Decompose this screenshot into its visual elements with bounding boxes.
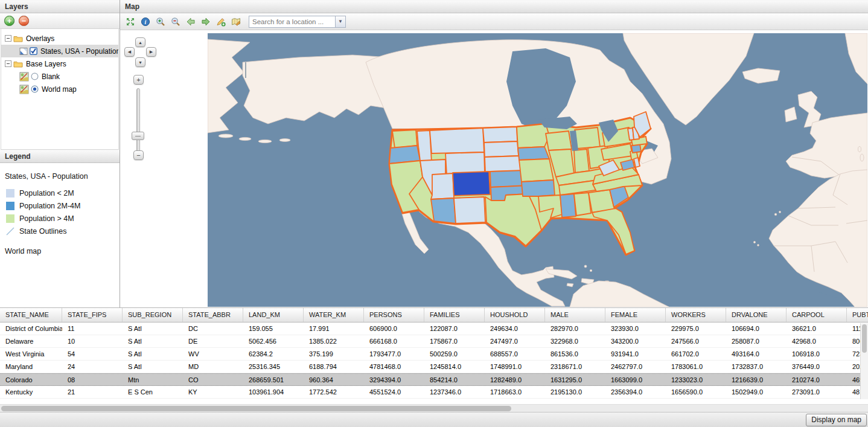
table-cell: 322968.0	[545, 335, 605, 347]
chevron-down-icon[interactable]: ▼	[335, 16, 346, 28]
zoom-slider-track[interactable]	[136, 88, 140, 153]
state-WY[interactable]	[445, 152, 485, 175]
column-header-female[interactable]: FEMALE	[605, 308, 666, 322]
collapse-icon[interactable]	[5, 35, 11, 42]
table-cell: 258087.0	[726, 335, 787, 347]
zoom-out-button[interactable]: −	[133, 150, 144, 160]
baselayer-radio[interactable]	[31, 72, 39, 80]
legend-label: State Outlines	[19, 227, 67, 236]
table-cell: 1233023.0	[666, 374, 726, 385]
baselayer-radio-selected[interactable]	[31, 85, 39, 93]
column-header-sub_region[interactable]: SUB_REGION	[123, 308, 183, 322]
state-CO[interactable]	[453, 172, 490, 196]
state-ID[interactable]	[417, 130, 432, 162]
column-header-state_name[interactable]: STATE_NAME	[0, 308, 62, 322]
table-row-co[interactable]: Colorado08MtnCO268659.501960.3643294394.…	[0, 373, 868, 386]
map-viewport[interactable]: ▲ ◀ ▶ ▼ + −	[120, 30, 868, 307]
pan-right-button[interactable]: ▶	[146, 47, 156, 57]
pan-down-button[interactable]: ▼	[135, 57, 145, 67]
table-cell: 493164.0	[726, 348, 787, 360]
state-SD[interactable]	[484, 141, 519, 157]
zoom-in-button[interactable]: +	[133, 75, 144, 85]
table-cell: Kentucky	[0, 386, 62, 398]
table-cell: 688557.0	[485, 348, 545, 360]
add-feature-icon[interactable]	[215, 16, 227, 28]
column-header-state_fips[interactable]: STATE_FIPS	[62, 308, 123, 322]
state-KS[interactable]	[490, 170, 525, 187]
search-input[interactable]	[249, 16, 335, 28]
map-navigation-control: ▲ ◀ ▶ ▼ + −	[123, 35, 156, 165]
state-AL[interactable]	[574, 193, 591, 216]
next-extent-icon[interactable]	[200, 16, 212, 28]
state-UT[interactable]	[431, 173, 454, 199]
canary-islands	[774, 213, 777, 216]
previous-extent-icon[interactable]	[185, 16, 197, 28]
state-MT[interactable]	[430, 128, 484, 153]
legend-layer-title: States, USA - Population	[5, 172, 115, 181]
identify-feature-icon[interactable]: i	[139, 16, 152, 28]
column-header-water_km[interactable]: WATER_KM	[304, 308, 364, 322]
pan-left-button[interactable]: ◀	[124, 47, 135, 57]
horizontal-scrollbar-thumb[interactable]	[1, 406, 511, 411]
state-MI[interactable]	[575, 127, 600, 149]
vertical-scrollbar[interactable]	[860, 323, 868, 399]
tree-node-worldmap-baselayer[interactable]: World map	[1, 83, 118, 95]
zoom-out-icon[interactable]	[170, 16, 182, 28]
table-row-dc[interactable]: District of Columbia11S AtlDC159.05517.9…	[0, 323, 868, 335]
table-cell: 62384.2	[243, 348, 304, 360]
state-WI[interactable]	[546, 131, 572, 150]
column-header-carpool[interactable]: CARPOOL	[787, 308, 847, 322]
tree-node-blank-baselayer[interactable]: Blank	[1, 70, 118, 83]
state-NE[interactable]	[485, 156, 522, 172]
column-header-land_km[interactable]: LAND_KM	[243, 308, 304, 322]
table-body: District of Columbia11S AtlDC159.05517.9…	[0, 323, 868, 399]
world-map[interactable]	[208, 33, 867, 307]
column-header-families[interactable]: FAMILIES	[424, 308, 485, 322]
column-header-pubtrans[interactable]: PUBTRANS	[847, 308, 868, 322]
tree-node-overlays[interactable]: Overlays	[1, 32, 118, 45]
table-row-wv[interactable]: West Virginia54S AtlWV62384.2375.1991793…	[0, 348, 868, 361]
maximize-map-icon[interactable]	[124, 16, 136, 28]
column-header-drvalone[interactable]: DRVALONE	[726, 308, 787, 322]
display-on-map-button[interactable]: Display on map	[806, 414, 867, 426]
state-ND[interactable]	[483, 127, 517, 143]
layer-visibility-checkbox[interactable]	[30, 47, 37, 55]
state-MO[interactable]	[519, 159, 554, 182]
remove-layer-button[interactable]: −	[19, 16, 29, 26]
pan-up-button[interactable]: ▲	[135, 37, 145, 47]
table-row-ky[interactable]: Kentucky21E S CenKY103961.9041772.542455…	[0, 386, 868, 399]
table-cell: 1245814.0	[424, 361, 485, 373]
vertical-scrollbar-thumb[interactable]	[862, 324, 867, 353]
column-header-workers[interactable]: WORKERS	[666, 308, 726, 322]
state-WA[interactable]	[392, 130, 417, 148]
legend-swatch-low	[6, 189, 14, 197]
tree-node-base-layers[interactable]: Base Layers	[1, 57, 118, 70]
column-header-state_abbr[interactable]: STATE_ABBR	[183, 308, 243, 322]
horizontal-scrollbar[interactable]	[0, 404, 868, 412]
table-row-de[interactable]: Delaware10S AtlDE5062.4561385.022666168.…	[0, 335, 868, 348]
column-header-male[interactable]: MALE	[545, 308, 605, 322]
table-statusbar: Display on map	[0, 412, 868, 427]
state-MN[interactable]	[517, 124, 549, 148]
legend-swatch-mid	[6, 202, 14, 210]
column-header-houshold[interactable]: HOUSHOLD	[485, 308, 545, 322]
state-MS[interactable]	[560, 194, 576, 217]
state-AZ[interactable]	[431, 198, 456, 223]
state-AR[interactable]	[522, 180, 555, 196]
zoom-slider-handle[interactable]	[132, 132, 144, 140]
zoom-in-icon[interactable]	[155, 16, 167, 28]
state-IA[interactable]	[518, 147, 549, 160]
add-layer-button[interactable]: +	[4, 16, 14, 26]
state-IN[interactable]	[574, 149, 589, 173]
state-NM[interactable]	[454, 197, 485, 223]
column-header-persons[interactable]: PERSONS	[364, 308, 424, 322]
export-map-icon[interactable]	[230, 16, 242, 28]
table-cell: 6188.794	[304, 361, 364, 373]
cape-verde	[758, 245, 759, 246]
legend-line-swatch	[6, 227, 14, 236]
table-row-md[interactable]: Maryland24S AtlMD25316.3456188.794478146…	[0, 361, 868, 373]
table-cell: 931941.0	[605, 348, 666, 360]
table-cell: S Atl	[123, 348, 183, 360]
collapse-icon[interactable]	[5, 60, 11, 67]
tree-node-states-layer[interactable]: States, USA - Population	[1, 45, 118, 57]
